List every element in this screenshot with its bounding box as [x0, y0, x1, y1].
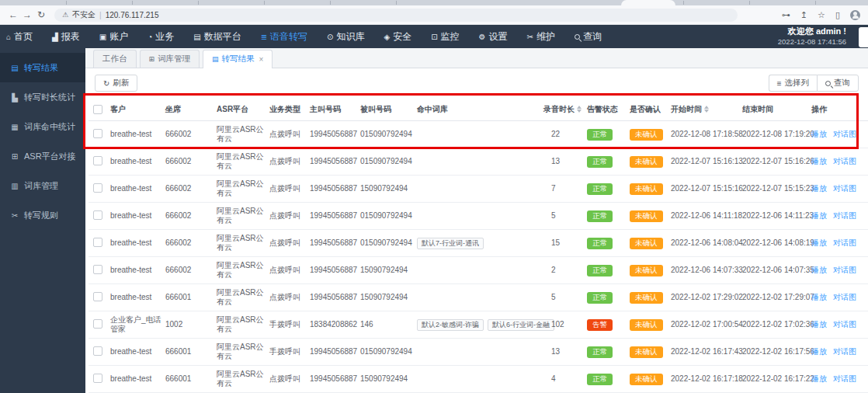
- welcome-text: 欢迎您 admin !: [778, 26, 846, 37]
- nav-item-report[interactable]: ▟报表: [52, 30, 80, 43]
- select-columns-button[interactable]: ≡ 选择列: [769, 75, 817, 92]
- callee-cell: 015090792494: [360, 347, 417, 356]
- nav-item-business[interactable]: ◔业务: [148, 30, 174, 43]
- tab-lexicon-manage[interactable]: ⊞词库管理: [140, 50, 200, 68]
- row-checkbox[interactable]: [93, 319, 102, 329]
- sidebar-item-lexicon-manage[interactable]: ▥词库管理: [0, 171, 85, 200]
- browser-toolbar: ← → ↻ ⚠ 不安全 | 120.76.117.215 ⊶ ↥ ☆ ▯: [0, 5, 868, 25]
- row-checkbox[interactable]: [93, 156, 102, 165]
- end-time-cell: 2022-12-07 15:16:26: [742, 157, 811, 166]
- sidebar: ▤转写结果▙转写时长统计▦词库命中统计⊞ASR平台对接▥词库管理✂转写规则: [0, 48, 85, 393]
- share-icon[interactable]: ↥: [800, 10, 807, 20]
- confirm-badge: 未确认: [630, 129, 663, 141]
- column-header: 是否确认: [630, 105, 671, 114]
- nav-item-maintenance[interactable]: ✂维护: [527, 30, 555, 43]
- play-link[interactable]: 播放: [811, 130, 827, 138]
- row-checkbox[interactable]: [93, 265, 102, 274]
- close-icon[interactable]: ×: [259, 55, 264, 64]
- profile-avatar[interactable]: [850, 10, 860, 20]
- play-link[interactable]: 播放: [811, 347, 827, 356]
- column-header: ASR平台: [217, 105, 269, 114]
- nav-item-data-platform[interactable]: ▤数据平台: [193, 30, 241, 43]
- dialog-chart-link[interactable]: 对话图: [833, 184, 856, 193]
- dialog-chart-link[interactable]: 对话图: [833, 347, 856, 356]
- table-row: 企业客户_电话管家1002阿里云ASR公有云手拨呼叫18384208862146…: [89, 311, 868, 339]
- browser-active-tab[interactable]: [621, 0, 675, 5]
- sidebar-item-transcribe-result[interactable]: ▤转写结果: [0, 53, 85, 82]
- nav-item-monitor[interactable]: ⊡监控: [431, 30, 459, 43]
- sort-caret-icon[interactable]: [577, 106, 582, 113]
- nav-item-settings[interactable]: ⚙设置: [479, 30, 508, 43]
- data-platform-icon: ▤: [193, 33, 200, 41]
- select-columns-label: 选择列: [785, 78, 810, 89]
- row-checkbox[interactable]: [93, 183, 102, 193]
- duration-stats-icon: ▙: [10, 93, 19, 102]
- asr-platform-cell: 阿里云ASR公有云: [217, 207, 269, 225]
- sort-caret-icon[interactable]: [704, 106, 709, 113]
- nav-item-home[interactable]: ⌂首页: [6, 30, 33, 43]
- end-time-cell: 2022-12-06 14:11:23: [742, 211, 811, 221]
- tab-transcribe-result[interactable]: ▤转写结果×: [203, 50, 273, 68]
- key-icon[interactable]: ⊶: [782, 10, 790, 20]
- alarm-badge: 正常: [587, 292, 613, 304]
- sidebar-item-transcribe-duration-stats[interactable]: ▙转写时长统计: [0, 82, 85, 112]
- browser-actions: ⊶ ↥ ☆ ▯: [782, 10, 860, 20]
- callee-cell: 015090792494: [360, 130, 417, 139]
- row-checkbox[interactable]: [93, 129, 102, 138]
- sidebar-item-transcribe-rule[interactable]: ✂转写规则: [0, 200, 85, 230]
- dialog-chart-link[interactable]: 对话图: [833, 157, 856, 165]
- bookmark-star-icon[interactable]: ☆: [818, 10, 825, 20]
- browser-tab-strip: [0, 0, 868, 5]
- row-checkbox[interactable]: [93, 374, 102, 383]
- dialog-chart-link[interactable]: 对话图: [833, 320, 856, 329]
- dialog-chart-link[interactable]: 对话图: [833, 130, 856, 138]
- query-button[interactable]: 查询: [817, 75, 859, 92]
- play-link[interactable]: 播放: [811, 293, 827, 301]
- agent-cell: 666002: [165, 211, 217, 221]
- play-link[interactable]: 播放: [811, 238, 827, 247]
- row-checkbox[interactable]: [93, 210, 102, 220]
- select-all-checkbox[interactable]: [93, 105, 102, 114]
- confirm-badge: 未确认: [630, 374, 663, 385]
- side-panel-icon[interactable]: ▯: [835, 10, 840, 20]
- row-checkbox[interactable]: [93, 346, 102, 356]
- nav-item-query[interactable]: 查询: [575, 30, 602, 43]
- play-link[interactable]: 播放: [811, 374, 827, 383]
- biz-type-cell: 点拨呼叫: [269, 184, 310, 193]
- forward-icon[interactable]: →: [20, 9, 34, 20]
- play-link[interactable]: 播放: [811, 320, 827, 329]
- row-checkbox[interactable]: [93, 238, 102, 247]
- asr-platform-cell: 阿里云ASR公有云: [217, 315, 269, 334]
- tab-workbench[interactable]: 工作台: [93, 50, 137, 68]
- dialog-chart-link[interactable]: 对话图: [833, 374, 856, 383]
- asr-platform-cell: 阿里云ASR公有云: [217, 288, 269, 307]
- nav-item-speech-transcribe[interactable]: ≣语音转写: [261, 30, 307, 43]
- back-icon[interactable]: ←: [6, 9, 20, 20]
- refresh-icon: ↻: [103, 79, 109, 88]
- play-link[interactable]: 播放: [811, 266, 827, 274]
- reload-icon[interactable]: ↻: [34, 9, 48, 20]
- biz-type-cell: 点拨呼叫: [269, 130, 310, 139]
- column-header[interactable]: 录音时长: [543, 105, 587, 114]
- nav-item-security[interactable]: ◈安全: [384, 30, 411, 43]
- dialog-chart-link[interactable]: 对话图: [833, 266, 856, 274]
- address-bar[interactable]: ⚠ 不安全 | 120.76.117.215: [54, 9, 738, 22]
- biz-type-cell: 手拨呼叫: [269, 320, 310, 329]
- sidebar-item-asr-platform-connect[interactable]: ⊞ASR平台对接: [0, 141, 85, 171]
- nav-item-knowledge[interactable]: ⊙知识库: [327, 30, 364, 43]
- play-link[interactable]: 播放: [811, 184, 827, 193]
- play-link[interactable]: 播放: [811, 211, 827, 220]
- play-link[interactable]: 播放: [811, 157, 827, 165]
- dialog-chart-link[interactable]: 对话图: [833, 238, 856, 247]
- end-time-cell: 2022-12-02 16:17:56: [742, 347, 811, 356]
- caller-cell: 19945056887: [310, 347, 360, 356]
- dialog-chart-link[interactable]: 对话图: [833, 293, 856, 301]
- refresh-button[interactable]: ↻ 刷新: [95, 75, 137, 92]
- row-checkbox[interactable]: [93, 292, 102, 301]
- nav-item-account[interactable]: ▣账户: [99, 30, 128, 43]
- alarm-cell: 正常: [587, 292, 630, 304]
- dialog-chart-link[interactable]: 对话图: [833, 211, 856, 220]
- app-window: ← → ↻ ⚠ 不安全 | 120.76.117.215 ⊶ ↥ ☆ ▯ ⌂首页…: [0, 0, 868, 393]
- sidebar-item-lexicon-hit-stats[interactable]: ▦词库命中统计: [0, 112, 85, 141]
- column-header[interactable]: 开始时间: [671, 105, 742, 114]
